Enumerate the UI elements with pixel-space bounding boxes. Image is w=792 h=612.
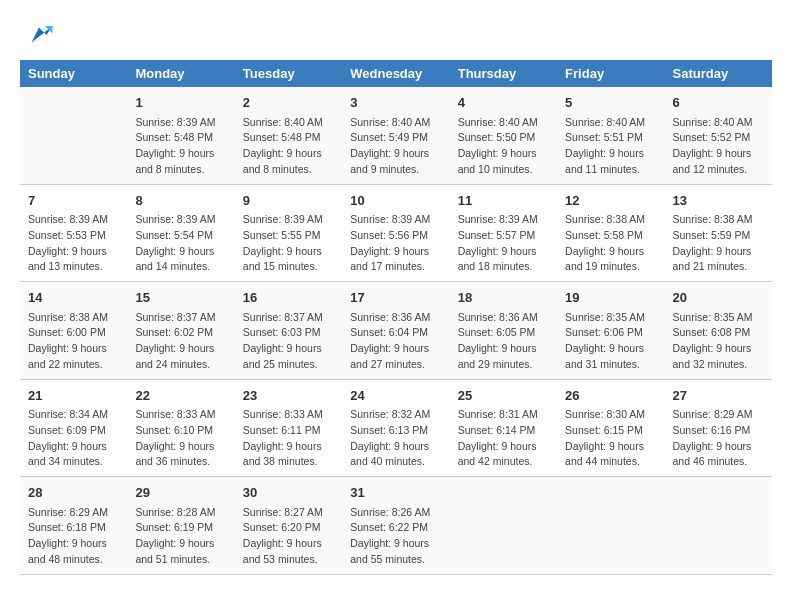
day-info: Sunrise: 8:29 AM Sunset: 6:18 PM Dayligh… (28, 505, 119, 568)
day-number: 18 (458, 288, 549, 308)
calendar-cell: 14Sunrise: 8:38 AM Sunset: 6:00 PM Dayli… (20, 282, 127, 380)
column-header-monday: Monday (127, 60, 234, 87)
day-number: 28 (28, 483, 119, 503)
header-row: SundayMondayTuesdayWednesdayThursdayFrid… (20, 60, 772, 87)
calendar-cell: 18Sunrise: 8:36 AM Sunset: 6:05 PM Dayli… (450, 282, 557, 380)
day-number: 11 (458, 191, 549, 211)
day-number: 4 (458, 93, 549, 113)
day-number: 26 (565, 386, 656, 406)
day-info: Sunrise: 8:39 AM Sunset: 5:56 PM Dayligh… (350, 212, 441, 275)
calendar-cell: 11Sunrise: 8:39 AM Sunset: 5:57 PM Dayli… (450, 184, 557, 282)
day-number: 1 (135, 93, 226, 113)
logo (20, 20, 54, 50)
calendar-table: SundayMondayTuesdayWednesdayThursdayFrid… (20, 60, 772, 575)
calendar-cell: 8Sunrise: 8:39 AM Sunset: 5:54 PM Daylig… (127, 184, 234, 282)
day-info: Sunrise: 8:36 AM Sunset: 6:05 PM Dayligh… (458, 310, 549, 373)
day-info: Sunrise: 8:40 AM Sunset: 5:50 PM Dayligh… (458, 115, 549, 178)
calendar-cell: 30Sunrise: 8:27 AM Sunset: 6:20 PM Dayli… (235, 477, 342, 575)
day-info: Sunrise: 8:29 AM Sunset: 6:16 PM Dayligh… (673, 407, 764, 470)
day-number: 24 (350, 386, 441, 406)
day-number: 21 (28, 386, 119, 406)
day-info: Sunrise: 8:28 AM Sunset: 6:19 PM Dayligh… (135, 505, 226, 568)
calendar-cell: 7Sunrise: 8:39 AM Sunset: 5:53 PM Daylig… (20, 184, 127, 282)
day-info: Sunrise: 8:39 AM Sunset: 5:55 PM Dayligh… (243, 212, 334, 275)
calendar-header: SundayMondayTuesdayWednesdayThursdayFrid… (20, 60, 772, 87)
calendar-cell (557, 477, 664, 575)
day-number: 9 (243, 191, 334, 211)
day-info: Sunrise: 8:38 AM Sunset: 5:58 PM Dayligh… (565, 212, 656, 275)
day-info: Sunrise: 8:30 AM Sunset: 6:15 PM Dayligh… (565, 407, 656, 470)
calendar-cell: 16Sunrise: 8:37 AM Sunset: 6:03 PM Dayli… (235, 282, 342, 380)
day-number: 19 (565, 288, 656, 308)
day-info: Sunrise: 8:27 AM Sunset: 6:20 PM Dayligh… (243, 505, 334, 568)
calendar-cell: 15Sunrise: 8:37 AM Sunset: 6:02 PM Dayli… (127, 282, 234, 380)
column-header-friday: Friday (557, 60, 664, 87)
calendar-cell: 20Sunrise: 8:35 AM Sunset: 6:08 PM Dayli… (665, 282, 772, 380)
calendar-cell: 2Sunrise: 8:40 AM Sunset: 5:48 PM Daylig… (235, 87, 342, 184)
day-number: 22 (135, 386, 226, 406)
calendar-cell: 29Sunrise: 8:28 AM Sunset: 6:19 PM Dayli… (127, 477, 234, 575)
day-info: Sunrise: 8:35 AM Sunset: 6:08 PM Dayligh… (673, 310, 764, 373)
week-row-4: 21Sunrise: 8:34 AM Sunset: 6:09 PM Dayli… (20, 379, 772, 477)
week-row-1: 1Sunrise: 8:39 AM Sunset: 5:48 PM Daylig… (20, 87, 772, 184)
day-number: 20 (673, 288, 764, 308)
column-header-sunday: Sunday (20, 60, 127, 87)
day-number: 3 (350, 93, 441, 113)
column-header-wednesday: Wednesday (342, 60, 449, 87)
day-number: 30 (243, 483, 334, 503)
day-info: Sunrise: 8:40 AM Sunset: 5:52 PM Dayligh… (673, 115, 764, 178)
calendar-cell: 5Sunrise: 8:40 AM Sunset: 5:51 PM Daylig… (557, 87, 664, 184)
calendar-cell: 22Sunrise: 8:33 AM Sunset: 6:10 PM Dayli… (127, 379, 234, 477)
calendar-cell: 9Sunrise: 8:39 AM Sunset: 5:55 PM Daylig… (235, 184, 342, 282)
day-number: 14 (28, 288, 119, 308)
day-number: 7 (28, 191, 119, 211)
calendar-cell (665, 477, 772, 575)
page-header (20, 20, 772, 50)
calendar-cell: 1Sunrise: 8:39 AM Sunset: 5:48 PM Daylig… (127, 87, 234, 184)
day-number: 15 (135, 288, 226, 308)
day-number: 27 (673, 386, 764, 406)
column-header-tuesday: Tuesday (235, 60, 342, 87)
day-number: 16 (243, 288, 334, 308)
day-number: 6 (673, 93, 764, 113)
day-number: 2 (243, 93, 334, 113)
calendar-cell: 13Sunrise: 8:38 AM Sunset: 5:59 PM Dayli… (665, 184, 772, 282)
logo-icon (24, 20, 54, 50)
day-number: 17 (350, 288, 441, 308)
day-info: Sunrise: 8:33 AM Sunset: 6:11 PM Dayligh… (243, 407, 334, 470)
day-info: Sunrise: 8:31 AM Sunset: 6:14 PM Dayligh… (458, 407, 549, 470)
column-header-thursday: Thursday (450, 60, 557, 87)
day-info: Sunrise: 8:36 AM Sunset: 6:04 PM Dayligh… (350, 310, 441, 373)
calendar-cell: 31Sunrise: 8:26 AM Sunset: 6:22 PM Dayli… (342, 477, 449, 575)
day-info: Sunrise: 8:34 AM Sunset: 6:09 PM Dayligh… (28, 407, 119, 470)
day-info: Sunrise: 8:39 AM Sunset: 5:54 PM Dayligh… (135, 212, 226, 275)
calendar-cell: 28Sunrise: 8:29 AM Sunset: 6:18 PM Dayli… (20, 477, 127, 575)
day-number: 29 (135, 483, 226, 503)
day-info: Sunrise: 8:40 AM Sunset: 5:49 PM Dayligh… (350, 115, 441, 178)
day-number: 5 (565, 93, 656, 113)
day-info: Sunrise: 8:33 AM Sunset: 6:10 PM Dayligh… (135, 407, 226, 470)
day-number: 25 (458, 386, 549, 406)
day-number: 8 (135, 191, 226, 211)
calendar-cell: 19Sunrise: 8:35 AM Sunset: 6:06 PM Dayli… (557, 282, 664, 380)
day-number: 13 (673, 191, 764, 211)
day-info: Sunrise: 8:37 AM Sunset: 6:03 PM Dayligh… (243, 310, 334, 373)
day-number: 23 (243, 386, 334, 406)
calendar-cell: 12Sunrise: 8:38 AM Sunset: 5:58 PM Dayli… (557, 184, 664, 282)
day-info: Sunrise: 8:39 AM Sunset: 5:48 PM Dayligh… (135, 115, 226, 178)
day-info: Sunrise: 8:38 AM Sunset: 6:00 PM Dayligh… (28, 310, 119, 373)
calendar-cell: 4Sunrise: 8:40 AM Sunset: 5:50 PM Daylig… (450, 87, 557, 184)
day-info: Sunrise: 8:40 AM Sunset: 5:51 PM Dayligh… (565, 115, 656, 178)
calendar-cell: 21Sunrise: 8:34 AM Sunset: 6:09 PM Dayli… (20, 379, 127, 477)
day-number: 31 (350, 483, 441, 503)
calendar-cell: 17Sunrise: 8:36 AM Sunset: 6:04 PM Dayli… (342, 282, 449, 380)
day-info: Sunrise: 8:39 AM Sunset: 5:53 PM Dayligh… (28, 212, 119, 275)
calendar-cell (450, 477, 557, 575)
calendar-cell: 25Sunrise: 8:31 AM Sunset: 6:14 PM Dayli… (450, 379, 557, 477)
calendar-cell: 6Sunrise: 8:40 AM Sunset: 5:52 PM Daylig… (665, 87, 772, 184)
week-row-5: 28Sunrise: 8:29 AM Sunset: 6:18 PM Dayli… (20, 477, 772, 575)
calendar-body: 1Sunrise: 8:39 AM Sunset: 5:48 PM Daylig… (20, 87, 772, 574)
calendar-cell: 24Sunrise: 8:32 AM Sunset: 6:13 PM Dayli… (342, 379, 449, 477)
day-info: Sunrise: 8:38 AM Sunset: 5:59 PM Dayligh… (673, 212, 764, 275)
day-number: 10 (350, 191, 441, 211)
